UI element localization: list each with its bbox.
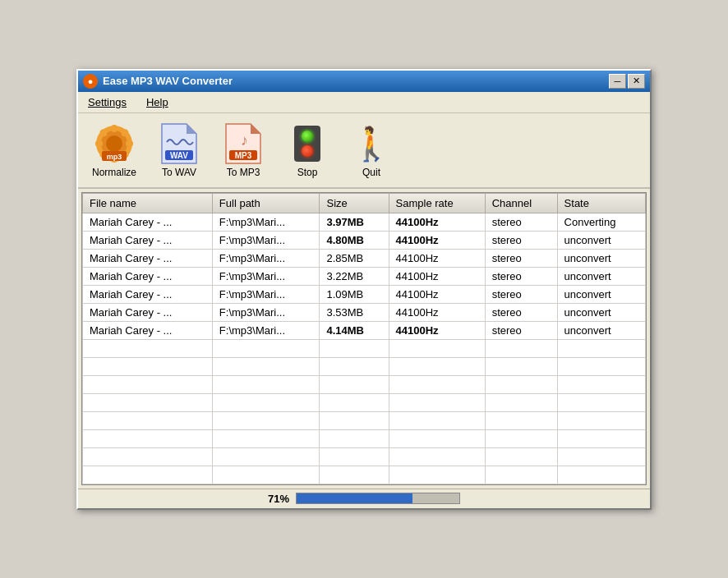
table-cell-empty [212, 429, 320, 447]
table-cell-empty [557, 466, 645, 484]
table-row[interactable]: Mariah Carey - ...F:\mp3\Mari...2.85MB44… [83, 249, 646, 267]
table-cell-empty [320, 393, 389, 411]
table-cell-empty [485, 429, 557, 447]
table-cell-empty [212, 411, 320, 429]
table-cell: 44100Hz [389, 231, 485, 249]
to-mp3-svg: MP3 ♪ [223, 122, 264, 165]
quit-button[interactable]: 🚶 Quit [343, 120, 400, 182]
table-row-empty [83, 447, 646, 466]
table-cell: unconvert [557, 285, 645, 303]
normalize-icon: mp3 [93, 122, 136, 165]
table-cell-empty [320, 375, 389, 393]
progress-text: 71% [268, 493, 289, 505]
table-header: File name Full path Size Sample rate Cha… [83, 193, 646, 213]
table-row-empty [83, 466, 646, 484]
table-cell: 1.09MB [320, 285, 389, 303]
table-cell-empty [83, 466, 213, 484]
table-cell: Converting [557, 213, 645, 231]
red-light [302, 145, 313, 157]
svg-text:WAV: WAV [170, 151, 188, 160]
walking-figure: 🚶 [351, 125, 392, 163]
traffic-light [294, 126, 320, 162]
table-cell-empty [485, 375, 557, 393]
svg-point-10 [106, 135, 122, 152]
table-body: Mariah Carey - ...F:\mp3\Mari...3.97MB44… [83, 213, 646, 484]
table-cell: stereo [485, 285, 557, 303]
to-mp3-button[interactable]: MP3 ♪ To MP3 [214, 118, 272, 182]
table-row-empty [83, 339, 646, 357]
svg-text:MP3: MP3 [235, 151, 252, 160]
table-cell-empty [212, 339, 320, 357]
table-cell: 44100Hz [389, 267, 485, 285]
to-mp3-label: To MP3 [227, 167, 260, 178]
table-cell: unconvert [557, 249, 645, 267]
title-bar-controls: ─ ✕ [609, 74, 645, 89]
table-cell: F:\mp3\Mari... [212, 249, 320, 267]
normalize-button[interactable]: mp3 Normalize [85, 118, 144, 182]
table-cell-empty [485, 339, 557, 357]
table-row[interactable]: Mariah Carey - ...F:\mp3\Mari...4.14MB44… [83, 321, 646, 339]
table-cell: F:\mp3\Mari... [212, 321, 320, 339]
main-window: ● Ease MP3 WAV Converter ─ ✕ Settings He… [76, 69, 652, 510]
close-button[interactable]: ✕ [628, 74, 645, 89]
table-cell-empty [557, 357, 645, 375]
table-cell-empty [320, 466, 389, 484]
col-state: State [557, 193, 645, 213]
menu-settings[interactable]: Settings [85, 94, 130, 110]
svg-text:mp3: mp3 [107, 153, 122, 161]
stop-label: Stop [297, 167, 318, 178]
quit-icon: 🚶 [351, 124, 392, 165]
table-cell-empty [212, 375, 320, 393]
table-cell-empty [485, 447, 557, 466]
svg-rect-8 [95, 141, 103, 146]
table-cell-empty [320, 429, 389, 447]
table-row-empty [83, 357, 646, 375]
table-cell: Mariah Carey - ... [83, 249, 213, 267]
status-bar: 71% [78, 489, 650, 508]
table-cell: Mariah Carey - ... [83, 213, 213, 231]
table-row-empty [83, 429, 646, 447]
table-cell-empty [320, 411, 389, 429]
col-samplerate: Sample rate [389, 193, 485, 213]
to-wav-button[interactable]: WAV To WAV [150, 118, 208, 182]
table-cell-empty [212, 393, 320, 411]
table-cell-empty [389, 447, 485, 466]
table-cell: 4.80MB [320, 231, 389, 249]
table-row[interactable]: Mariah Carey - ...F:\mp3\Mari...3.97MB44… [83, 213, 646, 231]
table-cell: stereo [485, 213, 557, 231]
to-wav-icon: WAV [158, 122, 200, 165]
table-cell: 4.14MB [320, 321, 389, 339]
minimize-button[interactable]: ─ [609, 74, 626, 89]
table-cell: stereo [485, 249, 557, 267]
file-table: File name Full path Size Sample rate Cha… [82, 193, 646, 484]
table-cell-empty [557, 375, 645, 393]
progress-container: 71% [85, 493, 643, 505]
stop-button[interactable]: Stop [279, 118, 336, 182]
table-cell-empty [320, 357, 389, 375]
table-cell: Mariah Carey - ... [83, 321, 213, 339]
col-channel: Channel [485, 193, 557, 213]
progress-bar-inner [297, 493, 412, 503]
table-cell-empty [212, 357, 320, 375]
table-cell: unconvert [557, 321, 645, 339]
table-row[interactable]: Mariah Carey - ...F:\mp3\Mari...3.22MB44… [83, 267, 646, 285]
table-cell-empty [212, 447, 320, 466]
table-cell-empty [389, 411, 485, 429]
table-row[interactable]: Mariah Carey - ...F:\mp3\Mari...3.53MB44… [83, 303, 646, 321]
table-row-empty [83, 375, 646, 393]
table-cell: unconvert [557, 267, 645, 285]
progress-bar-outer [296, 493, 460, 504]
table-cell: 3.53MB [320, 303, 389, 321]
table-cell: Mariah Carey - ... [83, 267, 213, 285]
table-row[interactable]: Mariah Carey - ...F:\mp3\Mari...4.80MB44… [83, 231, 646, 249]
table-cell: 44100Hz [389, 285, 485, 303]
table-cell: stereo [485, 267, 557, 285]
menu-help[interactable]: Help [143, 94, 172, 110]
table-cell: 44100Hz [389, 213, 485, 231]
title-bar-left: ● Ease MP3 WAV Converter [83, 74, 233, 89]
col-fullpath: Full path [212, 193, 320, 213]
table-cell-empty [485, 466, 557, 484]
table-cell: 44100Hz [389, 303, 485, 321]
svg-text:♪: ♪ [241, 132, 248, 149]
table-row[interactable]: Mariah Carey - ...F:\mp3\Mari...1.09MB44… [83, 285, 646, 303]
